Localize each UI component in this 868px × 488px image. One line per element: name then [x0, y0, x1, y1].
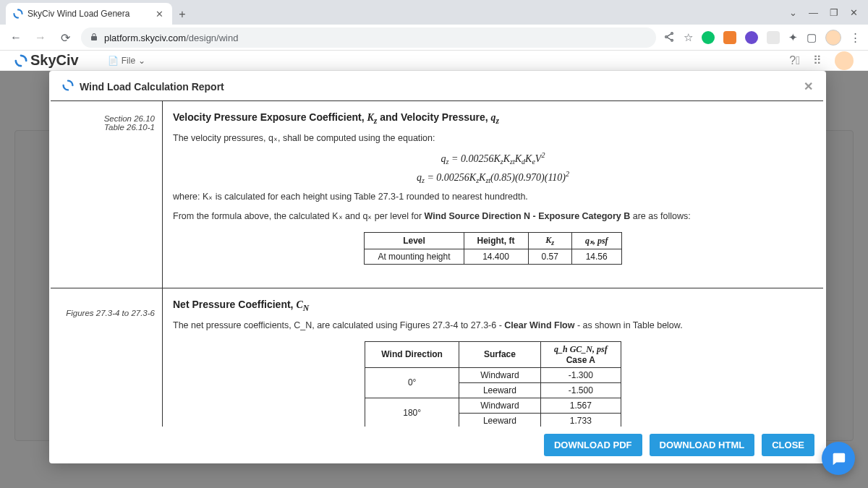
apps-icon[interactable]: ⠿ — [813, 53, 822, 67]
app-header-right: ?⃝ ⠿ — [789, 51, 854, 70]
forward-button[interactable]: → — [32, 29, 49, 46]
velocity-pressure-table: Level Height, ft Kz qₓ, psf At mounting … — [364, 232, 621, 265]
section-intro: The velocity pressures, qₓ, shall be com… — [173, 132, 813, 145]
download-pdf-button[interactable]: DOWNLOAD PDF — [544, 434, 642, 456]
toolbar-right: ☆ ✦ ▢ ⋮ — [663, 30, 861, 46]
section-intro: The net pressure coefficients, C_N, are … — [173, 319, 813, 333]
help-icon[interactable]: ?⃝ — [789, 54, 800, 67]
report: Section 26.10 Table 26.10-1 Velocity Pre… — [51, 100, 823, 427]
reload-button[interactable]: ⟳ — [56, 29, 74, 46]
window-controls: ⌄ — ❐ ✕ — [789, 0, 868, 25]
section-reference: Figures 27.3-4 to 27.3-6 — [51, 288, 163, 427]
browser-chrome: SkyCiv Wind Load Genera ✕ + ⌄ — ❐ ✕ ← → … — [0, 0, 868, 51]
modal-footer: DOWNLOAD PDF DOWNLOAD HTML CLOSE — [49, 427, 826, 463]
skyciv-logo-icon — [62, 80, 74, 93]
svg-point-1 — [665, 35, 668, 38]
tab-bar: SkyCiv Wind Load Genera ✕ + ⌄ — ❐ ✕ — [0, 0, 868, 25]
from-formula: From the formula above, the calculated K… — [173, 210, 813, 223]
extension-icon[interactable] — [702, 31, 715, 44]
close-icon[interactable]: ✕ — [804, 80, 813, 93]
modal-header: Wind Load Calculation Report ✕ — [49, 71, 826, 100]
chat-icon — [830, 450, 846, 466]
close-button[interactable]: CLOSE — [762, 434, 814, 456]
section-reference: Section 26.10 Table 26.10-1 — [51, 101, 163, 288]
modal-body[interactable]: Section 26.10 Table 26.10-1 Velocity Pre… — [49, 100, 826, 427]
report-modal: Wind Load Calculation Report ✕ Section 2… — [49, 71, 826, 463]
star-icon[interactable]: ☆ — [684, 31, 693, 44]
chevron-down-icon[interactable]: ⌄ — [789, 7, 797, 18]
tab-close-icon[interactable]: ✕ — [154, 9, 165, 20]
download-html-button[interactable]: DOWNLOAD HTML — [650, 434, 755, 456]
svg-point-2 — [671, 39, 673, 41]
table-row: 180° Windward 1.567 — [365, 398, 621, 413]
minimize-icon[interactable]: — — [809, 7, 818, 18]
profile-avatar[interactable] — [825, 30, 841, 46]
extension-icon[interactable] — [723, 31, 736, 44]
section-title: Net Pressure Coefficient, CN — [173, 299, 813, 313]
modal-title: Wind Load Calculation Report — [80, 81, 224, 93]
tab-title: SkyCiv Wind Load Genera — [27, 9, 150, 19]
extension-icon[interactable] — [745, 31, 758, 44]
url-text: platform.skyciv.com/design/wind — [104, 33, 238, 43]
where-clause: where: Kₓ is calculated for each height … — [173, 190, 813, 204]
menu-icon[interactable]: ⋮ — [850, 31, 861, 44]
share-icon[interactable] — [663, 31, 675, 45]
table-header-row: Level Height, ft Kz qₓ, psf — [365, 232, 621, 249]
report-section-velocity-pressure: Section 26.10 Table 26.10-1 Velocity Pre… — [51, 101, 823, 288]
file-menu[interactable]: 📄 File ⌄ — [108, 56, 145, 66]
skyciv-favicon-icon — [13, 9, 23, 19]
lock-icon — [90, 33, 98, 43]
svg-point-0 — [671, 33, 673, 35]
section-title: Velocity Pressure Exposure Coefficient, … — [173, 111, 813, 126]
table-row: At mounting height 14.400 0.57 14.56 — [365, 249, 621, 265]
extension-icon[interactable] — [767, 31, 780, 44]
table-row: 0° Windward -1.300 — [365, 367, 621, 382]
address-bar[interactable]: platform.skyciv.com/design/wind — [81, 27, 656, 48]
section-content: Net Pressure Coefficient, CN The net pre… — [163, 288, 823, 427]
table-header-row: Wind Direction Surface q_h GC_N, psf Cas… — [365, 341, 621, 367]
user-avatar[interactable] — [835, 51, 854, 70]
restore-icon[interactable]: ❐ — [830, 7, 838, 18]
browser-toolbar: ← → ⟳ platform.skyciv.com/design/wind ☆ … — [0, 25, 868, 51]
file-icon: 📄 — [108, 56, 119, 66]
section-content: Velocity Pressure Exposure Coefficient, … — [163, 101, 823, 288]
app-logo[interactable]: SkyCiv — [14, 52, 79, 69]
window-close-icon[interactable]: ✕ — [850, 7, 858, 18]
panel-icon[interactable]: ▢ — [807, 31, 817, 44]
equation: qz = 0.00256KzKztKdKeV2 — [173, 151, 813, 166]
net-pressure-table: Wind Direction Surface q_h GC_N, psf Cas… — [365, 341, 621, 427]
equation: qz = 0.00256KzKzt(0.85)(0.970)(110)2 — [173, 170, 813, 184]
browser-tab[interactable]: SkyCiv Wind Load Genera ✕ — [6, 3, 172, 25]
chat-bubble-button[interactable] — [822, 442, 855, 475]
app-header: SkyCiv 📄 File ⌄ ?⃝ ⠿ — [0, 51, 868, 71]
report-section-net-pressure: Figures 27.3-4 to 27.3-6 Net Pressure Co… — [51, 288, 823, 427]
back-button[interactable]: ← — [7, 29, 25, 46]
new-tab-button[interactable]: + — [172, 4, 192, 25]
extensions-icon[interactable]: ✦ — [788, 31, 798, 44]
chevron-down-icon: ⌄ — [138, 56, 145, 66]
